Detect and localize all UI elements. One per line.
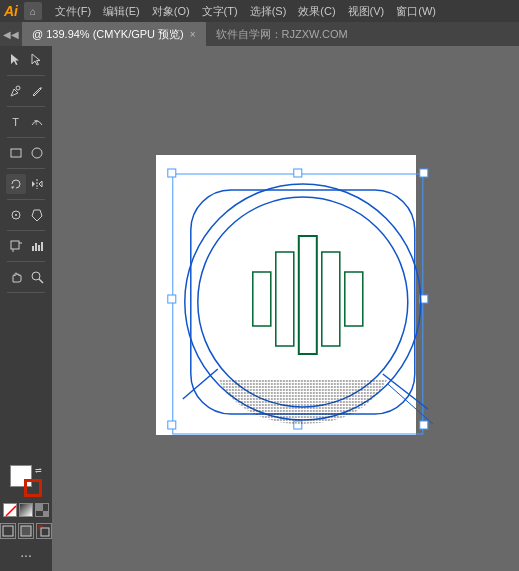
svg-rect-16 — [35, 243, 37, 251]
svg-rect-30 — [167, 169, 175, 177]
menu-view[interactable]: 视图(V) — [343, 2, 390, 21]
svg-rect-24 — [3, 526, 13, 536]
pencil-tool[interactable] — [27, 81, 47, 101]
menu-type[interactable]: 文字(T) — [197, 2, 243, 21]
svg-text:T: T — [34, 119, 39, 126]
tab-website[interactable]: 软件自学网：RJZXW.COM — [206, 22, 358, 46]
svg-point-5 — [32, 148, 42, 158]
hand-zoom-tools — [4, 267, 48, 287]
pen-tools — [4, 81, 48, 101]
artwork-svg — [162, 164, 442, 454]
menu-file[interactable]: 文件(F) — [50, 2, 96, 21]
svg-point-19 — [32, 272, 40, 280]
none-color-icon[interactable] — [3, 503, 17, 517]
svg-rect-45 — [321, 252, 339, 346]
svg-rect-44 — [298, 236, 316, 354]
svg-rect-23 — [43, 511, 49, 517]
selection-tools — [4, 50, 48, 70]
pattern-icon[interactable] — [35, 503, 49, 517]
svg-rect-31 — [293, 169, 301, 177]
stroke-color[interactable] — [24, 479, 42, 497]
canvas-area[interactable] — [52, 46, 519, 571]
ellipse-tool[interactable] — [27, 143, 47, 163]
svg-rect-42 — [252, 272, 270, 326]
rectangle-tool[interactable] — [6, 143, 26, 163]
svg-rect-43 — [275, 252, 293, 346]
divider-7 — [7, 261, 45, 262]
svg-rect-33 — [167, 295, 175, 303]
normal-draw-icon[interactable] — [0, 523, 16, 539]
puppet-warp-tool[interactable] — [27, 205, 47, 225]
path-type-tool[interactable]: T — [27, 112, 47, 132]
select-tool[interactable] — [6, 50, 26, 70]
svg-point-39 — [197, 197, 407, 407]
svg-rect-37 — [419, 421, 427, 429]
divider-1 — [7, 75, 45, 76]
menu-bar: Ai ⌂ 文件(F) 编辑(E) 对象(O) 文字(T) 选择(S) 效果(C)… — [0, 0, 519, 22]
svg-line-21 — [6, 506, 16, 516]
gradient-icon[interactable] — [19, 503, 33, 517]
svg-line-48 — [387, 384, 432, 424]
draw-mode-icons — [0, 523, 52, 539]
tab-bar: ◀◀ @ 139.94% (CMYK/GPU 预览) × 软件自学网：RJZXW… — [0, 22, 519, 46]
draw-behind-icon[interactable] — [18, 523, 34, 539]
divider-3 — [7, 137, 45, 138]
swap-colors-icon[interactable]: ⇌ — [35, 466, 42, 475]
menu-edit[interactable]: 编辑(E) — [98, 2, 145, 21]
divider-4 — [7, 168, 45, 169]
hand-tool[interactable] — [6, 267, 26, 287]
type-tool[interactable]: T — [6, 112, 26, 132]
draw-inside-icon[interactable] — [36, 523, 52, 539]
svg-rect-28 — [41, 528, 49, 536]
type-tools: T T — [4, 112, 48, 132]
tab-inactive-label: 软件自学网：RJZXW.COM — [216, 27, 348, 42]
svg-point-11 — [15, 214, 17, 216]
tab-active-label: @ 139.94% (CMYK/GPU 预览) — [32, 27, 184, 42]
direct-select-tool[interactable] — [27, 50, 47, 70]
tab-scroll-left[interactable]: ◀◀ — [0, 22, 22, 46]
svg-marker-0 — [11, 54, 19, 65]
svg-marker-6 — [11, 186, 14, 189]
app-logo: Ai — [4, 3, 18, 19]
pen-tool[interactable] — [6, 81, 26, 101]
zoom-tool[interactable] — [27, 267, 47, 287]
color-mode-icons — [3, 503, 49, 517]
graph-tool[interactable] — [27, 236, 47, 256]
view-tools — [4, 236, 48, 256]
menu-select[interactable]: 选择(S) — [245, 2, 292, 21]
toolbar: T T — [0, 46, 52, 571]
shape-tools — [4, 143, 48, 163]
home-button[interactable]: ⌂ — [24, 2, 42, 20]
main-area: T T — [0, 46, 519, 571]
color-section: ⇌ — [0, 465, 52, 567]
color-swatches: ⇌ — [10, 465, 42, 497]
crop-tool[interactable] — [6, 236, 26, 256]
more-tools-button[interactable]: ··· — [20, 547, 32, 563]
warp-tools — [4, 205, 48, 225]
svg-rect-17 — [38, 245, 40, 251]
svg-point-2 — [16, 86, 20, 90]
svg-rect-12 — [11, 241, 19, 249]
svg-rect-22 — [36, 504, 43, 511]
divider-8 — [7, 292, 45, 293]
svg-rect-4 — [11, 149, 21, 157]
type-icon: T — [12, 117, 19, 128]
svg-line-49 — [182, 369, 217, 399]
menu-object[interactable]: 对象(O) — [147, 2, 195, 21]
svg-rect-35 — [167, 421, 175, 429]
reflect-tool[interactable] — [27, 174, 47, 194]
tab-active-document[interactable]: @ 139.94% (CMYK/GPU 预览) × — [22, 22, 206, 46]
svg-rect-32 — [419, 169, 427, 177]
menu-effect[interactable]: 效果(C) — [293, 2, 340, 21]
rotate-tool[interactable] — [6, 174, 26, 194]
svg-rect-25 — [21, 526, 31, 536]
tab-close-button[interactable]: × — [190, 29, 196, 40]
svg-rect-15 — [32, 246, 34, 251]
menu-window[interactable]: 窗口(W) — [391, 2, 441, 21]
svg-marker-8 — [32, 181, 35, 187]
svg-marker-9 — [39, 181, 42, 187]
divider-5 — [7, 199, 45, 200]
svg-marker-1 — [32, 54, 40, 65]
warp-tool[interactable] — [6, 205, 26, 225]
transform-tools — [4, 174, 48, 194]
